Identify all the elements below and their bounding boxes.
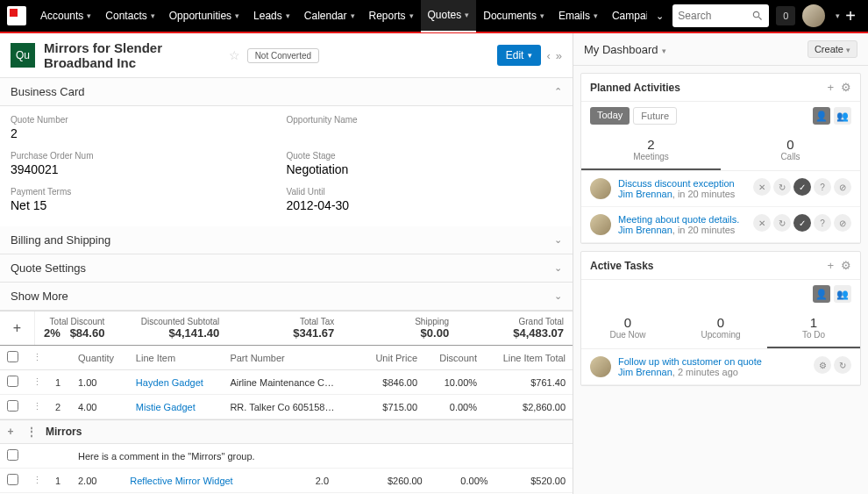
- nav-reports[interactable]: Reports▾: [362, 0, 421, 32]
- field-value: 3940021: [11, 162, 287, 176]
- user-link[interactable]: Jim Brennan: [618, 367, 672, 377]
- check-icon[interactable]: ✓: [793, 214, 811, 232]
- task-link[interactable]: Follow up with customer on quote: [618, 356, 814, 367]
- group-comment-row: Here is a comment in the "Mirrors" group…: [0, 444, 573, 469]
- row-menu-icon[interactable]: ⋮: [32, 376, 41, 387]
- quick-create-button[interactable]: +: [840, 6, 861, 26]
- nav-overflow[interactable]: ⌄: [647, 11, 672, 22]
- row-menu-icon[interactable]: ⋮: [32, 352, 41, 362]
- col-unit-price: Unit Price: [359, 346, 424, 370]
- tab-today[interactable]: Today: [590, 107, 630, 125]
- stat-due-now[interactable]: 0Due Now: [581, 308, 674, 348]
- col-discount: Discount: [424, 346, 484, 370]
- dismiss-icon[interactable]: ✕: [753, 178, 771, 196]
- user-link[interactable]: Jim Brennan: [618, 189, 672, 199]
- row-checkbox[interactable]: [7, 474, 18, 485]
- nav-contacts[interactable]: Contacts▾: [98, 0, 161, 32]
- panel-show-more[interactable]: Show More⌄: [0, 283, 573, 311]
- group-menu-icon[interactable]: ⋮: [21, 426, 42, 438]
- nav-leads[interactable]: Leads▾: [246, 0, 297, 32]
- dashlet-gear-icon[interactable]: ⚙: [841, 81, 851, 94]
- prev-record-icon[interactable]: ‹: [546, 49, 550, 62]
- notifications-button[interactable]: 0: [776, 6, 795, 25]
- field-label: Quote Number: [11, 115, 287, 125]
- user-filter-icon[interactable]: 👤: [813, 107, 830, 125]
- activity-row: Meeting about quote details.Jim Brennan,…: [581, 207, 860, 243]
- add-group-item-icon[interactable]: +: [0, 426, 21, 438]
- create-button[interactable]: Create ▾: [808, 40, 857, 58]
- activity-row: Discuss discount exceptionJim Brennan, i…: [581, 171, 860, 207]
- activity-link[interactable]: Discuss discount exception: [618, 178, 753, 189]
- row-checkbox[interactable]: [7, 376, 18, 387]
- next-record-icon[interactable]: »: [556, 49, 562, 62]
- user-avatar-icon: [590, 214, 611, 235]
- total-value: $4,483.07: [466, 326, 564, 340]
- refresh-icon[interactable]: ↻: [773, 214, 791, 232]
- row-checkbox[interactable]: [7, 400, 18, 412]
- activity-link[interactable]: Meeting about quote details.: [618, 214, 753, 225]
- nav-campaigns[interactable]: Campaigns▾: [605, 0, 647, 32]
- cancel-icon[interactable]: ⊘: [834, 178, 851, 196]
- group-header: + ⋮ Mirrors: [0, 419, 573, 444]
- total-label: Discounted Subtotal: [122, 317, 219, 326]
- nav-documents[interactable]: Documents▾: [476, 0, 551, 32]
- panel-billing-shipping[interactable]: Billing and Shipping⌄: [0, 226, 573, 254]
- nav-opportunities[interactable]: Opportunities▾: [162, 0, 246, 32]
- add-line-button[interactable]: +: [0, 311, 35, 345]
- field-label: Quote Stage: [287, 151, 563, 161]
- field-value: Net 15: [11, 198, 287, 212]
- task-row: Follow up with customer on quoteJim Bren…: [581, 349, 860, 385]
- refresh-icon[interactable]: ↻: [834, 356, 851, 374]
- row-menu-icon[interactable]: ⋮: [32, 401, 41, 412]
- row-checkbox[interactable]: [7, 449, 18, 461]
- panel-business-card[interactable]: Business Card⌃: [0, 78, 573, 106]
- stat-meetings[interactable]: 2Meetings: [581, 130, 721, 170]
- user-link[interactable]: Jim Brennan: [618, 225, 672, 235]
- cancel-icon[interactable]: ⊘: [834, 214, 851, 232]
- global-search[interactable]: [672, 4, 769, 27]
- field-label: Purchase Order Num: [11, 151, 287, 161]
- search-input[interactable]: [678, 10, 748, 22]
- stat-upcoming[interactable]: 0Upcoming: [674, 308, 767, 348]
- dashlet-add-icon[interactable]: +: [827, 259, 834, 272]
- group-name: Mirrors: [42, 420, 85, 443]
- user-avatar[interactable]: [802, 4, 825, 27]
- search-icon: [751, 10, 764, 22]
- tab-future[interactable]: Future: [633, 107, 677, 125]
- dashlet-gear-icon[interactable]: ⚙: [841, 259, 851, 272]
- col-quantity: Quantity: [71, 346, 129, 370]
- check-icon[interactable]: ✓: [793, 178, 811, 196]
- dashlet-add-icon[interactable]: +: [827, 81, 834, 94]
- dashboard-selector[interactable]: My Dashboard▾: [584, 43, 808, 56]
- nav-emails[interactable]: Emails▾: [551, 0, 605, 32]
- line-item-link[interactable]: Mistie Gadget: [136, 402, 196, 412]
- refresh-icon[interactable]: ↻: [773, 178, 791, 196]
- edit-button[interactable]: Edit▾: [497, 45, 542, 66]
- panel-quote-settings[interactable]: Quote Settings⌄: [0, 254, 573, 283]
- stat-calls[interactable]: 0Calls: [721, 130, 860, 170]
- nav-calendar[interactable]: Calendar▾: [297, 0, 362, 32]
- app-logo[interactable]: [7, 6, 26, 25]
- favorite-star-icon[interactable]: ☆: [229, 48, 240, 62]
- gear-icon[interactable]: ⚙: [814, 356, 831, 374]
- help-icon[interactable]: ?: [814, 214, 831, 232]
- stat-todo[interactable]: 1To Do: [767, 308, 860, 348]
- col-line-total: Line Item Total: [484, 346, 573, 370]
- line-item-row: ⋮11.00Hayden GadgetAirline Maintenance C…: [0, 370, 573, 395]
- select-all-checkbox[interactable]: [7, 351, 18, 362]
- dashlet-title: Planned Activities: [590, 82, 820, 94]
- team-filter-icon[interactable]: 👥: [834, 285, 851, 303]
- field-value: Negotiation: [287, 162, 563, 176]
- user-filter-icon[interactable]: 👤: [813, 285, 830, 303]
- team-filter-icon[interactable]: 👥: [834, 107, 851, 125]
- line-item-link[interactable]: Hayden Gadget: [136, 377, 203, 388]
- dismiss-icon[interactable]: ✕: [753, 214, 771, 232]
- nav-quotes[interactable]: Quotes▾: [421, 0, 477, 32]
- line-item-link[interactable]: Reflective Mirror Widget: [130, 476, 232, 486]
- help-icon[interactable]: ?: [814, 178, 831, 196]
- line-item-row: ⋮ 1 2.00 Reflective Mirror Widget 2.0 $2…: [0, 469, 573, 493]
- row-menu-icon[interactable]: ⋮: [32, 475, 41, 485]
- field-label: Valid Until: [287, 187, 563, 197]
- nav-accounts[interactable]: Accounts▾: [33, 0, 98, 32]
- total-value: $0.00: [352, 326, 449, 340]
